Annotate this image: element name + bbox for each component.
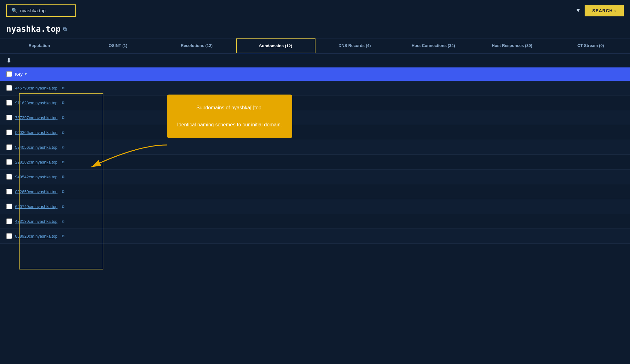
search-input[interactable] (20, 8, 71, 13)
search-box[interactable]: 🔍 (6, 4, 76, 17)
domain-link-1[interactable]: 911628cm.nyashka.top (15, 101, 57, 105)
download-icon[interactable]: ⬇ (6, 57, 12, 64)
row-checkbox-6[interactable] (6, 174, 12, 180)
tabs-container: Reputation OSINT (1) Resolutions (12) Su… (0, 38, 630, 54)
domain-link-10[interactable]: 868920cm.nyashka.top (15, 234, 57, 239)
row-copy-icon-0[interactable]: ⧉ (62, 86, 65, 90)
tab-reputation[interactable]: Reputation (0, 38, 79, 53)
row-checkbox-3[interactable] (6, 130, 12, 135)
domain-link-0[interactable]: 445798cm.nyashka.top (15, 86, 57, 90)
row-checkbox-1[interactable] (6, 100, 12, 106)
search-button[interactable]: SEARCH › (585, 5, 624, 16)
domain-link-6[interactable]: 949542cm.nyashka.top (15, 175, 57, 179)
row-copy-icon-3[interactable]: ⧉ (62, 130, 65, 135)
table-header: Key ▼ (0, 67, 630, 81)
domain-link-8[interactable]: 640740cm.nyashka.top (15, 204, 57, 209)
search-icon: 🔍 (11, 8, 18, 14)
tab-dns-records[interactable]: DNS Records (4) (315, 38, 394, 53)
table-row: 737397cm.nyashka.top ⧉ (0, 110, 630, 125)
row-checkbox-7[interactable] (6, 189, 12, 194)
table-row: 483130cm.nyashka.top ⧉ (0, 214, 630, 229)
copy-title-icon[interactable]: ⧉ (63, 26, 66, 32)
row-copy-icon-5[interactable]: ⧉ (62, 160, 65, 164)
row-checkbox-4[interactable] (6, 144, 12, 150)
row-copy-icon-6[interactable]: ⧉ (62, 175, 65, 179)
table-row: 000366cm.nyashka.top ⧉ (0, 125, 630, 140)
row-copy-icon-9[interactable]: ⧉ (62, 219, 65, 223)
row-copy-icon-2[interactable]: ⧉ (62, 115, 65, 120)
tooltip-line2: Identical naming schemes to our initial … (177, 120, 282, 129)
table-row: 911628cm.nyashka.top ⧉ (0, 95, 630, 110)
tooltip-line1: Subdomains of nyashka[.]top. (177, 103, 282, 112)
tab-host-responses[interactable]: Host Responses (30) (473, 38, 552, 53)
domain-title: nyashka.top (6, 24, 61, 34)
tab-host-connections[interactable]: Host Connections (34) (394, 38, 473, 53)
domain-link-4[interactable]: 574056cm.nyashka.top (15, 145, 57, 150)
table-row: 640740cm.nyashka.top ⧉ (0, 199, 630, 214)
row-checkbox-2[interactable] (6, 115, 12, 120)
domain-link-5[interactable]: 228282cm.nyashka.top (15, 160, 57, 165)
table-row: 445798cm.nyashka.top ⧉ (0, 81, 630, 95)
row-checkbox-0[interactable] (6, 85, 12, 91)
row-checkbox-8[interactable] (6, 204, 12, 209)
tab-osint[interactable]: OSINT (1) (79, 38, 158, 53)
row-checkbox-10[interactable] (6, 233, 12, 239)
row-copy-icon-10[interactable]: ⧉ (62, 234, 65, 238)
domain-link-2[interactable]: 737397cm.nyashka.top (15, 115, 57, 120)
table-header-key: Key ▼ (15, 72, 28, 77)
row-checkbox-9[interactable] (6, 218, 12, 224)
tab-ct-stream[interactable]: CT Stream (0) (551, 38, 630, 53)
annotation-arrow (91, 139, 173, 176)
row-copy-icon-4[interactable]: ⧉ (62, 145, 65, 149)
row-copy-icon-7[interactable]: ⧉ (62, 189, 65, 194)
page-title: nyashka.top ⧉ (0, 21, 630, 38)
filter-icon[interactable]: ▼ (575, 7, 581, 14)
row-copy-icon-1[interactable]: ⧉ (62, 101, 65, 105)
tab-resolutions[interactable]: Resolutions (12) (157, 38, 236, 53)
sort-icon[interactable]: ▼ (24, 72, 28, 76)
table-row: 868920cm.nyashka.top ⧉ (0, 229, 630, 244)
toolbar: ⬇ (0, 54, 630, 67)
table-row: 082650cm.nyashka.top ⧉ (0, 184, 630, 199)
tab-subdomains[interactable]: Subdomains (12) (236, 38, 315, 53)
select-all-checkbox[interactable] (6, 71, 12, 77)
row-checkbox-5[interactable] (6, 159, 12, 165)
top-bar: 🔍 ▼ SEARCH › (0, 0, 630, 21)
domain-link-9[interactable]: 483130cm.nyashka.top (15, 219, 57, 224)
domain-link-3[interactable]: 000366cm.nyashka.top (15, 130, 57, 135)
row-copy-icon-8[interactable]: ⧉ (62, 204, 65, 209)
domain-link-7[interactable]: 082650cm.nyashka.top (15, 189, 57, 194)
tooltip-bubble: Subdomains of nyashka[.]top. Identical n… (167, 95, 292, 138)
